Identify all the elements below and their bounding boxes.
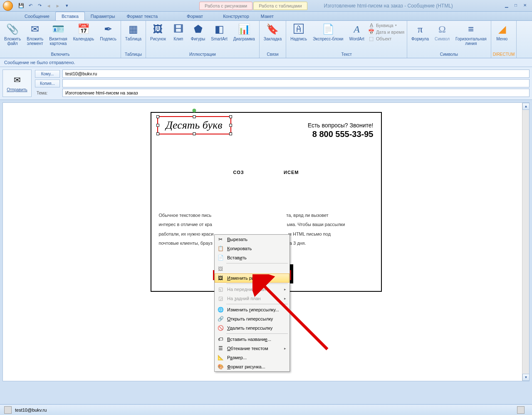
cm-size[interactable]: 📐Размер... xyxy=(215,353,290,362)
cm-remove-hyperlink[interactable]: 🚫Удалить гиперссылку xyxy=(215,323,290,333)
business-card-button[interactable]: 🪪Визитная карточка xyxy=(47,22,70,47)
cm-text-wrap[interactable]: ☰Обтекание текстом▸ xyxy=(215,344,290,353)
chart-icon: 📊 xyxy=(238,22,251,36)
status-user: test10@bukv.ru xyxy=(15,408,47,413)
tab-message[interactable]: Сообщение xyxy=(19,12,55,20)
calendar-button[interactable]: 📅Календарь xyxy=(71,22,97,42)
group-include: 📎Вложить файл ✉Вложить элемент 🪪Визитная… xyxy=(0,21,121,58)
tab-insert[interactable]: Вставка xyxy=(55,12,85,20)
scissors-icon: ✂ xyxy=(216,236,225,243)
quick-access-toolbar: 💾 ↶ ↷ ◄ ► ▾ xyxy=(16,2,70,9)
sel-handle-br[interactable] xyxy=(229,132,232,135)
cm-paste[interactable]: 📄Вставить xyxy=(215,253,290,262)
tab-layout[interactable]: Макет xyxy=(255,12,280,20)
textbox-button[interactable]: 🄰Надпись xyxy=(288,22,309,42)
datetime-button[interactable]: 📅Дата и время xyxy=(369,29,404,35)
save-icon[interactable]: 💾 xyxy=(18,2,25,9)
user-avatar-icon[interactable] xyxy=(4,406,12,414)
vertical-scrollbar[interactable]: ▲ ▼ xyxy=(522,103,529,381)
tab-constructor[interactable]: Конструктор xyxy=(217,12,255,20)
hline-button[interactable]: ≡Горизонтальная линия xyxy=(453,22,489,47)
logo-selected[interactable]: Десять букв xyxy=(157,116,231,134)
group-text: 🄰Надпись 📄Экспресс-блоки AWordArt A̲Букв… xyxy=(286,21,407,58)
tab-options[interactable]: Параметры xyxy=(85,12,121,20)
cm-change-hyperlink[interactable]: 🌐Изменить гиперссылку... xyxy=(215,305,290,314)
send-envelope-icon: ✉ xyxy=(14,75,21,85)
chart-button[interactable]: 📊Диаграмма xyxy=(231,22,257,42)
smartart-icon: ◧ xyxy=(213,22,226,36)
datetime-icon: 📅 xyxy=(369,29,374,35)
message-body[interactable]: Десять букв Есть вопросы? Звоните! 8 800… xyxy=(2,102,530,381)
sel-handle-ml[interactable] xyxy=(156,124,159,127)
table-button[interactable]: ▦Таблица xyxy=(123,22,144,42)
undo-icon[interactable]: ↶ xyxy=(27,2,34,9)
sel-handle-bc[interactable] xyxy=(193,132,195,135)
to-button[interactable]: Кому... xyxy=(35,70,60,78)
object-button[interactable]: ⬚Объект xyxy=(369,36,404,42)
bookmark-icon: 🔖 xyxy=(266,22,279,36)
not-sent-message: Сообщение не было отправлено. xyxy=(0,58,532,67)
symbol-button[interactable]: ΩСимвол xyxy=(432,22,452,42)
directum-menu-button[interactable]: ◢Меню xyxy=(493,22,511,42)
maximize-button[interactable]: □ xyxy=(512,3,520,9)
context-tab-tables[interactable]: Работа с таблицами xyxy=(253,2,307,10)
qat-dropdown-icon[interactable]: ▾ xyxy=(64,2,70,9)
pi-icon: π xyxy=(413,22,427,36)
clip-button[interactable]: 🎞Клип xyxy=(169,22,188,42)
cc-button[interactable]: Копия... xyxy=(35,80,60,87)
picture-button[interactable]: 🖼Рисунок xyxy=(148,22,168,42)
cm-format-picture[interactable]: 🎨Формат рисунка... xyxy=(215,362,290,371)
minimize-button[interactable]: ▁ xyxy=(503,3,510,9)
cm-copy[interactable]: 📋Копировать xyxy=(215,244,290,253)
logo-text: Десять букв xyxy=(166,119,222,132)
attach-item-button[interactable]: ✉Вложить элемент xyxy=(24,22,46,47)
group-links: 🔖Закладка Связи xyxy=(260,21,286,58)
send-button[interactable]: ✉ Отправить xyxy=(2,70,32,97)
ribbon: 📎Вложить файл ✉Вложить элемент 🪪Визитная… xyxy=(0,21,532,58)
shapes-button[interactable]: ⬟Фигуры xyxy=(188,22,208,42)
hline-icon: ≡ xyxy=(464,22,478,36)
scroll-up-button[interactable]: ▲ xyxy=(522,103,530,110)
cm-open-hyperlink[interactable]: 🔗Открыть гиперссылку xyxy=(215,314,290,323)
sel-handle-tl[interactable] xyxy=(156,115,159,118)
caption-icon: 🏷 xyxy=(216,336,225,343)
paste-icon: 📄 xyxy=(216,254,225,261)
formula-button[interactable]: πФормула xyxy=(409,22,431,42)
attach-file-button[interactable]: 📎Вложить файл xyxy=(2,22,23,47)
quickparts-button[interactable]: 📄Экспресс-блоки xyxy=(310,22,346,42)
group-illustrations: 🖼Рисунок 🎞Клип ⬟Фигуры ◧SmartArt 📊Диагра… xyxy=(146,21,260,58)
presence-icon[interactable] xyxy=(517,406,525,414)
subject-field[interactable] xyxy=(62,89,530,97)
object-icon: ⬚ xyxy=(369,36,374,42)
sel-handle-mr[interactable] xyxy=(229,124,232,127)
sel-handle-bl[interactable] xyxy=(156,132,159,135)
table-icon: ▦ xyxy=(126,22,140,36)
dropcap-button[interactable]: A̲Буквица ▾ xyxy=(369,22,404,28)
cm-change-picture[interactable]: 🖼Изменить рисунок... xyxy=(215,273,290,283)
close-button[interactable]: ✕ xyxy=(521,3,529,9)
envelope-icon: ✉ xyxy=(28,22,42,36)
sel-handle-tc[interactable] xyxy=(193,115,195,118)
bookmark-button[interactable]: 🔖Закладка xyxy=(261,22,284,42)
wordart-button[interactable]: AWordArt xyxy=(346,22,367,42)
smartart-button[interactable]: ◧SmartArt xyxy=(208,22,230,42)
tab-format[interactable]: Формат xyxy=(181,12,209,20)
sel-handle-tr[interactable] xyxy=(229,115,232,118)
context-tab-pictures[interactable]: Работа с рисунками xyxy=(199,2,252,10)
cm-insert-caption[interactable]: 🏷Вставить название... xyxy=(215,335,290,344)
tab-format-text[interactable]: Формат текста xyxy=(121,12,163,20)
group-directum: ◢Меню DIRECTUM xyxy=(491,21,517,58)
cc-field[interactable] xyxy=(62,79,530,87)
office-button[interactable] xyxy=(0,0,16,12)
prev-icon[interactable]: ◄ xyxy=(45,2,52,9)
group-symbols: πФормула ΩСимвол ≡Горизонтальная линия С… xyxy=(407,21,491,58)
cm-cut[interactable]: ✂Вырезать xyxy=(215,235,290,244)
to-field[interactable] xyxy=(62,70,530,78)
redo-icon[interactable]: ↷ xyxy=(36,2,43,9)
rotation-handle[interactable] xyxy=(192,109,196,112)
scroll-down-button[interactable]: ▼ xyxy=(522,374,530,381)
signature-button[interactable]: ✒Подпись xyxy=(97,22,119,42)
clip-icon: 🎞 xyxy=(172,22,185,36)
next-icon[interactable]: ► xyxy=(54,2,61,9)
ribbon-tabs: Сообщение Вставка Параметры Формат текст… xyxy=(0,12,532,21)
